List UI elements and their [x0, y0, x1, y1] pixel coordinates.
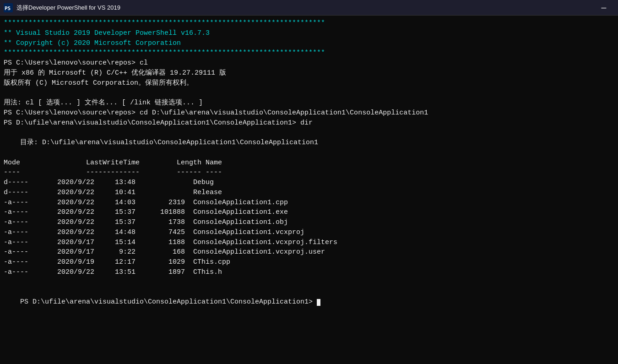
dir-entry: d----- 2020/9/22 10:41 Release [4, 188, 614, 198]
title-bar: PS 选择Developer PowerShell for VS 2019 — [0, 0, 618, 16]
stars-bottom: ****************************************… [4, 48, 614, 58]
empty3 [4, 148, 614, 158]
vs-version-line: ** Visual Studio 2019 Developer PowerShe… [4, 28, 614, 38]
dir-entry: -a---- 2020/9/22 15:37 1738 ConsoleAppli… [4, 217, 614, 228]
dir-col-divider: ---- ------------- ------ ---- [4, 168, 614, 178]
dir-entry: -a---- 2020/9/19 12:17 1029 CThis.cpp [4, 257, 614, 267]
copyright-line: ** Copyright (c) 2020 Microsoft Corporat… [4, 38, 614, 49]
empty2 [4, 128, 614, 138]
dir-entry: -a---- 2020/9/17 15:14 1188 ConsoleAppli… [4, 238, 614, 248]
prompt3-line: PS D:\ufile\arena\visualstudio\ConsoleAp… [4, 118, 614, 128]
svg-text:PS: PS [5, 5, 11, 11]
title-text: 选择Developer PowerShell for VS 2019 [16, 4, 120, 12]
dir-entries: d----- 2020/9/22 13:48 Debugd----- 2020/… [4, 178, 614, 277]
dir-entry: -a---- 2020/9/22 14:03 2319 ConsoleAppli… [4, 198, 614, 208]
dir-entry: -a---- 2020/9/22 13:51 1897 CThis.h [4, 267, 614, 277]
prompt2-line: PS C:\Users\lenovo\source\repos> cd D:\u… [4, 108, 614, 118]
dir-entry: -a---- 2020/9/17 9:22 168 ConsoleApplica… [4, 247, 614, 257]
cl-line1: 用于 x86 的 Microsoft (R) C/C++ 优化编译器 19.27… [4, 68, 614, 78]
dir-entry: -a---- 2020/9/22 15:37 101888 ConsoleApp… [4, 207, 614, 217]
powershell-icon: PS [4, 3, 13, 12]
terminal-content: ****************************************… [0, 16, 618, 364]
dir-col-header: Mode LastWriteTime Length Name [4, 158, 614, 168]
stars-top: ****************************************… [4, 18, 614, 28]
terminal-cursor [317, 299, 320, 306]
minimize-button[interactable]: — [593, 0, 614, 16]
dir-label: 目录: D:\ufile\arena\visualstudio\ConsoleA… [4, 138, 614, 148]
dir-entry: d----- 2020/9/22 13:48 Debug [4, 178, 614, 188]
dir-entry: -a---- 2020/9/22 14:48 7425 ConsoleAppli… [4, 228, 614, 238]
cl-line2: 版权所有 (C) Microsoft Corporation。保留所有权利。 [4, 78, 614, 88]
empty1 [4, 88, 614, 98]
cl-usage: 用法: cl [ 选项... ] 文件名... [ /link 链接选项... … [4, 98, 614, 108]
empty4 [4, 277, 614, 288]
title-left: PS 选择Developer PowerShell for VS 2019 [4, 3, 120, 12]
prompt1-line: PS C:\Users\lenovo\source\repos> cl [4, 58, 614, 68]
prompt-final: PS D:\ufile\arena\visualstudio\ConsoleAp… [4, 287, 614, 317]
